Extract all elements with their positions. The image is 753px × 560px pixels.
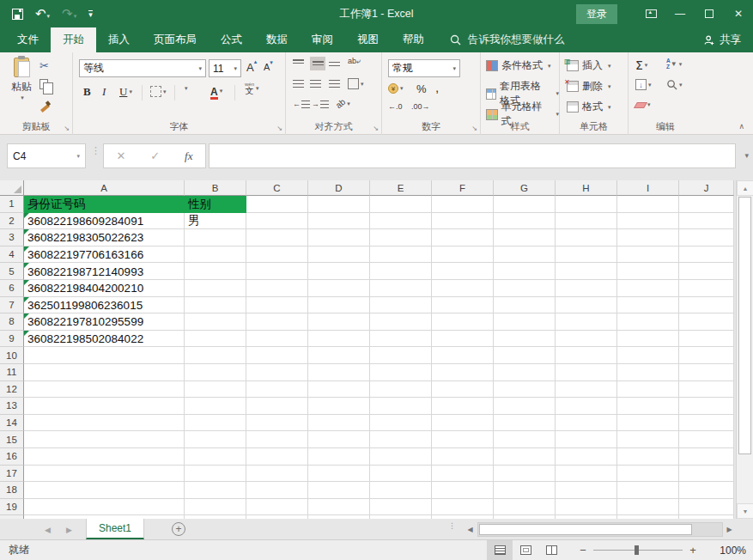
paste-button[interactable]: 粘贴 ▾ [7, 58, 36, 101]
column-header-G[interactable]: G [494, 180, 556, 196]
find-select-button[interactable]: ▾ [666, 79, 683, 90]
tab-ribbon[interactable]: 视图 [345, 27, 391, 52]
maximize-button[interactable] [695, 0, 724, 27]
tab-home-active[interactable]: 开始 [51, 27, 96, 52]
row-header-18[interactable]: 18 [0, 482, 24, 499]
column-header-H[interactable]: H [556, 180, 617, 196]
column-header-B[interactable]: B [185, 180, 246, 196]
column-header-D[interactable]: D [308, 180, 370, 196]
vertical-scrollbar[interactable]: ▲ ▼ [736, 180, 753, 519]
scroll-left-icon[interactable]: ◀ [465, 522, 476, 537]
share-button[interactable]: 共享 [703, 27, 741, 52]
horizontal-scrollbar[interactable] [477, 522, 723, 537]
horizontal-scroll-thumb[interactable] [479, 524, 692, 535]
tab-ribbon[interactable]: 插入 [96, 27, 142, 52]
column-header-J[interactable]: J [679, 180, 734, 196]
decrease-decimal-button[interactable]: .00→ [411, 102, 430, 111]
borders-button[interactable]: ▾ [150, 86, 167, 97]
align-right-button[interactable] [329, 80, 340, 88]
zoom-slider[interactable] [593, 550, 683, 551]
cell-A2[interactable]: 360822198609284091 [24, 213, 185, 230]
row-header-17[interactable]: 17 [0, 466, 24, 483]
cancel-button[interactable]: ✕ [116, 149, 125, 162]
undo-button[interactable]: ↶▾ [35, 6, 50, 21]
expand-formula-bar-icon[interactable]: ▾ [744, 151, 749, 160]
cell-A5[interactable]: 360822198712140993 [24, 263, 185, 280]
format-painter-button[interactable] [39, 100, 51, 112]
dialog-launcher-icon[interactable]: ↘ [471, 125, 477, 132]
tab-ribbon[interactable]: 公式 [209, 27, 254, 52]
tab-scroll-splitter[interactable]: ⋮ [448, 524, 456, 527]
formula-input[interactable] [209, 143, 736, 168]
cut-button[interactable]: ✂ [39, 59, 49, 72]
collapse-ribbon-icon[interactable]: ∧ [738, 122, 744, 131]
decrease-indent-button[interactable]: ← [293, 100, 310, 108]
vertical-scroll-thumb[interactable] [738, 197, 751, 454]
percent-style-button[interactable]: % [416, 82, 427, 95]
row-header-12[interactable]: 12 [0, 381, 24, 399]
prev-sheet-icon[interactable]: ◀ [45, 526, 51, 534]
number-format-combo[interactable]: 常规▾ [388, 59, 460, 77]
row-header-11[interactable]: 11 [0, 364, 24, 381]
font-size-combo[interactable]: 11▾ [209, 59, 241, 77]
customize-qat-icon[interactable]: ▾ [88, 10, 93, 17]
comma-style-button[interactable]: , [435, 80, 439, 94]
normal-view-button[interactable] [487, 540, 513, 560]
align-center-button[interactable] [310, 80, 321, 88]
enter-button[interactable]: ✓ [150, 149, 160, 162]
align-bottom-button[interactable] [329, 62, 340, 67]
autosum-button[interactable]: Σ▾ [635, 58, 647, 72]
row-header-15[interactable]: 15 [0, 431, 24, 448]
conditional-formatting-button[interactable]: 条件格式▾ [486, 58, 551, 73]
cell-A7[interactable]: 362501199806236015 [24, 297, 185, 314]
row-header-6[interactable]: 6 [0, 280, 24, 297]
worksheet-grid[interactable]: ABCDEFGHIJ123456789101112131415161718192… [0, 180, 753, 519]
formula-bar-splitter[interactable]: ⋮ [91, 148, 100, 153]
increase-decimal-button[interactable]: ←.0 [388, 102, 403, 111]
zoom-level[interactable]: 100% [710, 545, 746, 557]
font-color-button[interactable]: A▾ [210, 83, 222, 99]
minimize-button[interactable]: — [665, 0, 695, 27]
align-left-button[interactable] [293, 80, 304, 88]
tab-ribbon[interactable]: 页面布局 [142, 27, 209, 52]
column-header-I[interactable]: I [617, 180, 679, 196]
cell-A3[interactable]: 360822198305022623 [24, 229, 185, 247]
align-middle-button[interactable] [310, 57, 325, 70]
scroll-down-icon[interactable]: ▼ [737, 503, 753, 519]
row-header-8[interactable]: 8 [0, 313, 24, 331]
phonetic-guide-button[interactable]: wén文▾ [245, 82, 259, 95]
row-header-16[interactable]: 16 [0, 448, 24, 466]
decrease-font-button[interactable]: A [264, 62, 270, 72]
cell-A8[interactable]: 360822197810295599 [24, 313, 185, 331]
merge-center-button[interactable]: ▾ [348, 78, 364, 89]
select-all-corner[interactable] [0, 180, 24, 196]
clear-button[interactable]: ▾ [635, 101, 651, 108]
cell-A6[interactable]: 360822198404200210 [24, 280, 185, 297]
copy-button[interactable]: ▾ [39, 79, 53, 89]
sign-in-button[interactable]: 登录 [576, 4, 617, 24]
increase-font-button[interactable]: A [246, 61, 254, 74]
tab-ribbon[interactable]: 帮助 [391, 27, 436, 52]
redo-button[interactable]: ↷▾ [62, 6, 76, 21]
row-header-13[interactable]: 13 [0, 398, 24, 415]
dialog-launcher-icon[interactable]: ↘ [276, 125, 282, 132]
close-button[interactable]: ✕ [724, 0, 753, 27]
tab-ribbon[interactable]: 数据 [254, 27, 300, 52]
underline-button[interactable]: U▾ [119, 85, 132, 99]
new-sheet-button[interactable]: + [172, 522, 185, 536]
save-icon[interactable] [12, 9, 23, 20]
zoom-out-button[interactable]: − [576, 544, 590, 557]
tell-me-search[interactable]: 告诉我你想要做什么 [450, 27, 565, 52]
column-header-E[interactable]: E [370, 180, 432, 196]
delete-cells-button[interactable]: ✕删除▾ [567, 79, 611, 94]
row-header-5[interactable]: 5 [0, 263, 24, 280]
ribbon-display-options-button[interactable] [636, 0, 665, 27]
cell-B2[interactable]: 男 [185, 213, 246, 230]
cell-A1[interactable]: 身份证号码 [24, 196, 185, 213]
sort-filter-button[interactable]: AZ▼▾ [666, 58, 682, 70]
zoom-in-button[interactable]: + [686, 544, 700, 557]
row-header-2[interactable]: 2 [0, 213, 24, 230]
insert-cells-button[interactable]: ▥插入▾ [567, 58, 611, 73]
dialog-launcher-icon[interactable]: ↘ [373, 125, 379, 132]
wrap-text-button[interactable]: ab⤶ [348, 57, 361, 66]
